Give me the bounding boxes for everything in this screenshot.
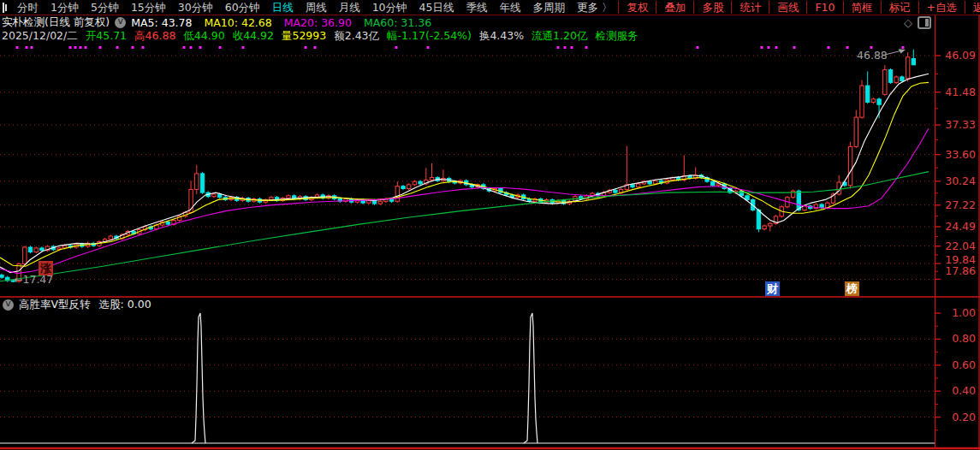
chart-corner-tools: ◇ [904, 16, 931, 29]
period-tab[interactable]: 更多 〉 [571, 0, 618, 15]
info-item: 高46.88 [134, 29, 175, 44]
period-tab[interactable]: 30分钟 [172, 0, 219, 15]
info-item: 换4.43% [479, 29, 524, 44]
period-tab[interactable]: 60分钟 [219, 0, 266, 15]
svg-text:33.60: 33.60 [945, 148, 976, 161]
period-tab[interactable]: 日线 [266, 0, 300, 15]
info-item: 收44.92 [233, 29, 274, 44]
svg-text:0.60: 0.60 [952, 358, 976, 371]
window-icon[interactable] [3, 3, 4, 13]
period-menu: 分时1分钟5分钟15分钟30分钟60分钟日线周线月线10分钟45日线季线年线多周… [11, 0, 618, 15]
ma-value-label: MA5: 43.78 [131, 16, 192, 29]
period-tab[interactable]: 15分钟 [125, 0, 172, 15]
period-tab[interactable]: 45日线 [413, 0, 460, 15]
period-tab[interactable]: 1分钟 [45, 0, 85, 15]
chevron-down-icon[interactable]: v [115, 17, 126, 28]
svg-text:0.80: 0.80 [952, 332, 976, 345]
stock-terminal-window: 46.0941.4837.3333.6030.2427.2224.4922.04… [0, 0, 980, 450]
info-item: 量52993 [282, 29, 326, 44]
info-item: 低44.90 [183, 29, 224, 44]
period-tab[interactable]: 月线 [333, 0, 366, 15]
action-button[interactable]: F10 [806, 1, 842, 14]
chevron-down-icon[interactable]: v [3, 299, 14, 311]
ma-value-label: MA60: 31.36 [364, 16, 431, 29]
svg-text:24.49: 24.49 [945, 220, 976, 233]
svg-text:27.22: 27.22 [945, 198, 976, 211]
info-item: 流通1.20亿 [532, 29, 587, 44]
diamond-icon[interactable]: ◇ [904, 16, 912, 29]
action-button[interactable]: 叠加 [656, 1, 693, 14]
action-button[interactable]: 标记 [881, 1, 918, 14]
info-item: 检测服务 [595, 29, 638, 44]
indicator-header-main: 实朴检测(日线 前复权) v MA5: 43.78MA10: 42.68MA20… [2, 16, 443, 29]
svg-text:1.00: 1.00 [952, 306, 976, 319]
svg-text:0.20: 0.20 [952, 411, 976, 423]
period-tab[interactable]: 季线 [460, 0, 493, 15]
period-tab[interactable]: 10分钟 [366, 0, 413, 15]
ma-values: MA5: 43.78MA10: 42.68MA20: 36.90MA60: 31… [131, 16, 443, 29]
period-tab[interactable]: 分时 [11, 0, 45, 15]
action-button[interactable]: 多股 [693, 1, 731, 14]
stamp-badge[interactable]: 涨 [39, 261, 53, 275]
toolbar-actions: 复权叠加多股统计画线F10简框标记+自选返回 [618, 1, 980, 14]
top-toolbar: 分时1分钟5分钟15分钟30分钟60分钟日线周线月线10分钟45日线季线年线多周… [0, 0, 980, 15]
info-item: 开45.71 [86, 29, 127, 44]
sub-indicator-title[interactable]: 高胜率V型反转 [19, 298, 91, 312]
ohlc-info-bar: 2025/12/02/二开45.71高46.88低44.90收44.92量529… [2, 30, 645, 43]
chart-plot-area[interactable]: 46.0941.4837.3333.6030.2427.2224.4922.04… [0, 0, 980, 450]
period-tab[interactable]: 年线 [493, 0, 526, 15]
period-tab[interactable]: 5分钟 [85, 0, 125, 15]
action-button[interactable]: 返回 [965, 1, 980, 14]
svg-text:0.40: 0.40 [952, 384, 976, 397]
period-tab[interactable]: 周线 [300, 0, 333, 15]
stamp-badge[interactable]: 榜 [845, 281, 859, 296]
action-button[interactable]: 简框 [843, 1, 881, 14]
svg-text:30.24: 30.24 [945, 175, 976, 187]
indicator-header-sub: v 高胜率V型反转 选股: 0.00 [3, 299, 151, 311]
info-item: 2025/12/02/二 [2, 29, 78, 44]
action-button[interactable]: +自选 [918, 1, 965, 14]
action-button[interactable]: 画线 [769, 1, 806, 14]
svg-text:41.48: 41.48 [945, 86, 976, 98]
ma-value-label: MA10: 42.68 [205, 16, 272, 29]
stock-title[interactable]: 实朴检测(日线 前复权) [2, 15, 110, 30]
svg-text:22.04: 22.04 [945, 240, 976, 252]
action-button[interactable]: 复权 [618, 1, 656, 14]
sub-indicator-value: 选股: 0.00 [99, 298, 151, 312]
high-price-annotation: 46.88 [857, 49, 888, 62]
action-button[interactable]: 统计 [731, 1, 769, 14]
svg-text:46.09: 46.09 [945, 49, 976, 62]
stamp-badge[interactable]: 财 [765, 281, 780, 296]
svg-text:17.86: 17.86 [945, 264, 976, 277]
ma-value-label: MA20: 36.90 [284, 16, 352, 29]
info-item: 额2.43亿 [334, 29, 379, 44]
period-tab[interactable]: 多周期 [526, 0, 571, 15]
info-item: 幅-1.17(-2.54%) [387, 29, 472, 44]
panel-layout-icon[interactable] [918, 16, 931, 29]
svg-text:37.33: 37.33 [945, 118, 976, 131]
